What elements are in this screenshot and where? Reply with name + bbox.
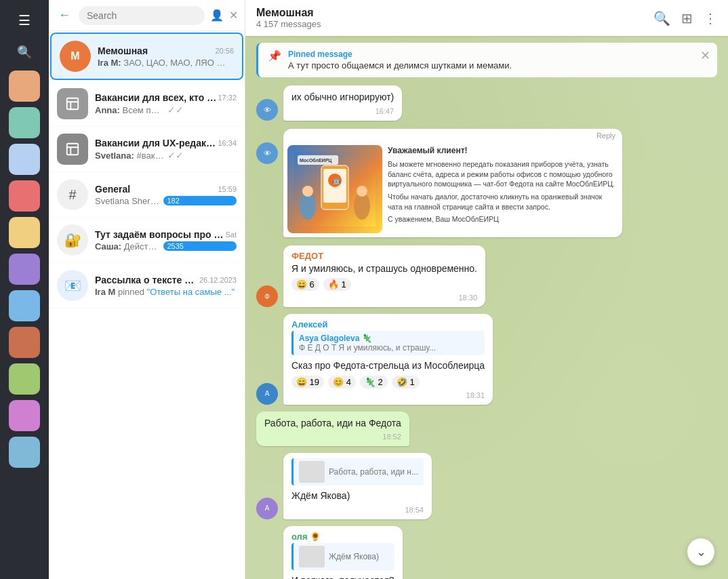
- sidebar-avatar-3[interactable]: [9, 144, 40, 175]
- header-more-icon[interactable]: ⋮: [704, 10, 717, 26]
- msg-time-3: 18:31: [291, 391, 485, 399]
- sidebar-avatar-4[interactable]: [9, 180, 40, 212]
- read-icon-vacancies-all: ✓✓: [167, 104, 237, 115]
- msg-reactions-3: 😄 19 😊 4 🦎 2 🤣 1: [291, 376, 485, 388]
- chat-item-vacancies-ux[interactable]: Вакансии для UX-редакторов 16:34 Svetlan…: [49, 127, 245, 172]
- msg-row-1: 👁 Reply: [256, 129, 717, 237]
- msg-text-3: Сказ про Федота-стрельца из Мособлеирца: [291, 359, 485, 373]
- header-search-icon[interactable]: 🔍: [653, 10, 670, 26]
- chat-avatar-vacancies-all: [57, 88, 88, 119]
- msg-text-6: И всякого, получается?: [291, 574, 395, 579]
- chat-item-vacancies-all[interactable]: Вакансии для всех, кто пишет 17:32 Anna:…: [49, 81, 245, 127]
- svg-point-12: [302, 186, 313, 197]
- pinned-message: 📌 Pinned message А тут просто общаемся и…: [256, 43, 717, 77]
- promo-illustration: 🤖 МосОблЕИРЦ: [287, 145, 382, 233]
- reaction-2-0[interactable]: 😄 6: [291, 278, 319, 291]
- quote-text-5: Работа, работа, иди н...: [329, 467, 418, 477]
- search-box: [79, 6, 205, 25]
- chat-item-mailing[interactable]: 📧 Рассылка о тексте в инт... 26.12.2023 …: [49, 263, 245, 308]
- quoted-msg-5: Работа, работа, иди н...: [291, 458, 424, 485]
- chat-name-mailing: Рассылка о тексте в инт...: [95, 275, 199, 285]
- quote-text-6: Ждём Якова): [329, 552, 379, 561]
- msg-sender-2: ФЕДОТ: [291, 251, 477, 261]
- reaction-2-1[interactable]: 🔥 1: [323, 278, 351, 291]
- msg-bubble-0: их обычно игнорируют) 16:47: [283, 85, 402, 121]
- quote-text-3: Ф Е Д О Т Я и умиляюсь, и страшу...: [299, 343, 479, 353]
- read-icon-vacancies-ux: ✓✓: [167, 150, 237, 161]
- quote-img-5: [299, 461, 325, 483]
- chat-avatar-memoshnaya: М: [60, 41, 91, 72]
- chat-main: Мемошная 4 157 messages 🔍 ⊞ ⋮ 📌 Pinned m…: [245, 0, 728, 579]
- chat-name-memoshnaya: Мемошная: [98, 45, 148, 56]
- msg-sender-3: Алексей: [291, 319, 485, 330]
- sidebar-avatar-11[interactable]: [9, 437, 40, 468]
- reaction-3-3[interactable]: 🤣 1: [392, 376, 420, 388]
- msg-text-0: их обычно игнорируют): [291, 91, 394, 104]
- chat-avatar-text-questions: 🔐: [57, 224, 88, 256]
- reaction-3-2[interactable]: 🦎 2: [360, 376, 388, 388]
- chat-preview-text-questions: Саша: Действие, которое кри...: [95, 241, 161, 252]
- msg-bubble-4: Работа, работа, иди на Федота 18:52: [256, 412, 409, 447]
- sidebar-avatar-10[interactable]: [9, 400, 40, 431]
- msg-row-5: А Работа, работа, иди н... Ждём Якова) 1…: [256, 453, 717, 519]
- msg-avatar-3: А: [256, 383, 278, 405]
- msg-reactions-2: 😄 6 🔥 1: [291, 278, 477, 291]
- sidebar-avatar-8[interactable]: [9, 327, 40, 358]
- chat-item-text-questions[interactable]: 🔐 Тут задаём вопросы про текст Sat Саша:…: [49, 218, 245, 263]
- chat-preview-vacancies-all: Anna: Всем привет, снова ищем ...: [95, 105, 165, 115]
- msg-avatar-0: 👁: [256, 99, 278, 121]
- promo-heading: Уважаемый клиент!: [388, 145, 618, 157]
- chat-name-vacancies-all: Вакансии для всех, кто пишет: [95, 92, 218, 103]
- reply-label: Reply: [283, 129, 622, 141]
- msg-bubble-6: оля 🌻 Ждём Якова) И всякого, получается?…: [283, 526, 403, 579]
- msg-avatar-5: А: [256, 498, 278, 519]
- chat-item-memoshnaya[interactable]: М Мемошная 20:56 Ira M: ЗАО, ЦАО, МАО, Л…: [50, 33, 243, 80]
- msg-time-5: 18:54: [291, 506, 424, 514]
- svg-text:МосОблЕИРЦ: МосОблЕИРЦ: [300, 158, 332, 163]
- chat-time-mailing: 26.12.2023: [199, 276, 237, 284]
- chat-item-general[interactable]: # General 15:59 Svetlana Sher joined the…: [49, 172, 245, 218]
- msg-time-2: 18:30: [291, 294, 477, 302]
- chat-time-text-questions: Sat: [225, 231, 237, 239]
- scroll-to-bottom-button[interactable]: ⌄: [687, 538, 714, 565]
- sidebar-avatar-7[interactable]: [9, 290, 40, 321]
- sidebar-avatar-1[interactable]: [9, 71, 40, 102]
- chat-list: М Мемошная 20:56 Ira M: ЗАО, ЦАО, МАО, Л…: [49, 31, 245, 579]
- chat-header: Мемошная 4 157 messages 🔍 ⊞ ⋮: [245, 0, 728, 36]
- search-clear-icon[interactable]: ✕: [229, 9, 238, 22]
- header-layout-icon[interactable]: ⊞: [681, 10, 693, 26]
- badge-general: 182: [163, 196, 237, 205]
- chat-info-memoshnaya: Мемошная 20:56 Ira M: ЗАО, ЦАО, МАО, ЛЯО…: [98, 45, 234, 68]
- msg-row-0: 👁 их обычно игнорируют) 16:47: [256, 85, 717, 121]
- msg-row-3: А Алексей Asya Glagoleva 🦎 Ф Е Д О Т Я и…: [256, 314, 717, 405]
- chat-preview-mailing: Ira M pinned "Ответы на самые ...": [95, 287, 237, 297]
- msg-text-5: Ждём Якова): [291, 490, 424, 503]
- reaction-3-1[interactable]: 😊 4: [328, 376, 356, 388]
- chat-preview-vacancies-ux: Svetlana: #вакансия: UX-редакто...: [95, 151, 165, 161]
- sidebar-avatar-5[interactable]: [9, 217, 40, 248]
- pinned-close-button[interactable]: ✕: [700, 48, 710, 63]
- svg-text:🤖: 🤖: [332, 176, 341, 185]
- msg-bubble-5: Работа, работа, иди н... Ждём Якова) 18:…: [283, 453, 432, 519]
- person-icon[interactable]: 👤: [210, 9, 224, 22]
- sidebar-avatar-2[interactable]: [9, 107, 40, 138]
- reaction-3-0[interactable]: 😄 19: [291, 376, 324, 388]
- chat-title: Мемошная: [256, 7, 321, 19]
- msg-bubble-1: Reply: [283, 129, 622, 237]
- chat-name-general: General: [95, 184, 130, 195]
- search-input[interactable]: [87, 10, 197, 21]
- badge-text-questions: 2535: [163, 241, 237, 251]
- msg-bubble-3: Алексей Asya Glagoleva 🦎 Ф Е Д О Т Я и у…: [283, 314, 493, 405]
- quote-img-6: [299, 546, 325, 567]
- msg-text-4: Работа, работа, иди на Федота: [264, 417, 401, 431]
- sidebar-avatar-6[interactable]: [9, 254, 40, 285]
- sidebar-search-icon[interactable]: 🔍: [12, 39, 37, 65]
- msg-avatar-1: 👁: [256, 142, 278, 164]
- back-button[interactable]: ←: [56, 5, 73, 25]
- msg-time-0: 16:47: [291, 107, 394, 115]
- pin-icon: 📌: [268, 49, 281, 62]
- sidebar-avatar-9[interactable]: [9, 363, 40, 395]
- quoted-msg-3: Asya Glagoleva 🦎 Ф Е Д О Т Я и умиляюсь,…: [291, 331, 485, 355]
- hamburger-icon[interactable]: ☰: [13, 7, 36, 34]
- chat-header-info: Мемошная 4 157 messages: [256, 7, 321, 29]
